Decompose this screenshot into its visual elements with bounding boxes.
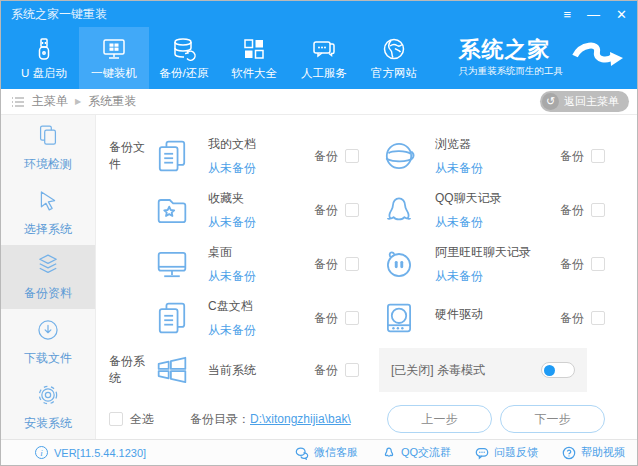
feedback-bubble-icon [475, 446, 489, 460]
backup-checkbox-browser[interactable] [591, 149, 605, 163]
antivirus-mode-toggle[interactable] [541, 362, 575, 378]
globe-icon [381, 36, 407, 62]
item-status-link[interactable]: 从未备份 [208, 160, 314, 177]
sidebar: 环境检测 选择系统 备份资料 下载文件 安装系统 [1, 115, 96, 439]
software-squares-icon [241, 36, 267, 62]
backup-directory: 备份目录： D:\xitongzhijia\bak\ [190, 411, 351, 428]
minimize-icon[interactable]: — [587, 8, 600, 21]
window-title: 系统之家一键重装 [11, 6, 107, 23]
brand-logo: 系统之家 只为重装系统而生的工具 [459, 27, 638, 89]
status-bar: i VER[11.5.44.1230] 微信客服 QQ交流群 问题反馈 帮助视频 [1, 439, 637, 465]
footer-link-qq-group[interactable]: QQ交流群 [382, 445, 451, 460]
database-restore-icon [171, 36, 197, 62]
chat-bubbles-icon [311, 36, 337, 62]
brand-swoosh-icon [571, 40, 625, 76]
backup-item-browser: 浏览器从未备份 备份 [379, 129, 637, 183]
antivirus-mode-box: [已关闭] 杀毒模式 [379, 348, 587, 392]
backup-checkbox-hardware-driver[interactable] [591, 311, 605, 325]
breadcrumb-root[interactable]: 主菜单 [32, 93, 68, 110]
info-icon: i [35, 446, 48, 459]
backup-checkbox-wangwang-chat[interactable] [591, 257, 605, 271]
nav-usb-boot[interactable]: U 盘启动 [9, 27, 79, 89]
sidebar-item-select-system[interactable]: 选择系统 [1, 180, 95, 245]
backup-checkbox-c-drive-docs[interactable] [345, 311, 359, 325]
favorites-folder-icon [152, 190, 192, 230]
antivirus-mode-label: [已关闭] 杀毒模式 [391, 362, 541, 379]
cursor-icon [34, 187, 62, 215]
section-label-backup-system: 备份系统 [96, 353, 152, 387]
breadcrumb: 主菜单 ▶ 系统重装 [11, 93, 136, 110]
wangwang-icon [379, 244, 419, 284]
item-title: 我的文档 [208, 136, 314, 153]
nav-official-website[interactable]: 官方网站 [359, 27, 429, 89]
nav-one-click-install[interactable]: 一键装机 [79, 27, 149, 89]
app-window: 系统之家一键重装 ≡ — ✕ U 盘启动 一键装机 备份/还原 软件大全 人工服… [0, 0, 638, 466]
windows-icon [152, 350, 192, 390]
breadcrumb-current: 系统重装 [88, 93, 136, 110]
usb-drive-icon [31, 36, 57, 62]
previous-step-button[interactable]: 上一步 [387, 405, 492, 433]
main-nav: U 盘启动 一键装机 备份/还原 软件大全 人工服务 官方网站 系统之家 只为重… [1, 27, 637, 89]
backup-item-wangwang-chat: 阿里旺旺聊天记录从未备份 备份 [379, 237, 637, 291]
close-icon[interactable]: ✕ [616, 8, 627, 21]
main-content: 备份文件 我的文档从未备份 备份 浏览器从未备份 备份 [96, 115, 637, 439]
nav-label: 备份/还原 [159, 66, 208, 81]
nav-label: 一键装机 [91, 66, 137, 81]
backup-item-current-system: 当前系统 备份 [152, 345, 379, 395]
backup-checkbox-desktop[interactable] [345, 257, 359, 271]
backup-checkbox-my-documents[interactable] [345, 149, 359, 163]
backup-item-hardware-driver: 硬件驱动 备份 [379, 291, 637, 345]
backup-item-c-drive-docs: C盘文档从未备份 备份 [152, 291, 379, 345]
sidebar-item-backup-data[interactable]: 备份资料 [1, 245, 95, 310]
qq-small-icon [382, 446, 396, 460]
back-arrow-icon: ↺ [542, 93, 559, 110]
footer-link-wechat-service[interactable]: 微信客服 [295, 445, 358, 460]
nav-label: 官方网站 [371, 66, 417, 81]
section-label-backup-files: 备份文件 [96, 139, 152, 173]
version-info: i VER[11.5.44.1230] [35, 446, 146, 459]
breadcrumb-arrow-icon: ▶ [75, 97, 81, 106]
browser-icon [379, 136, 419, 176]
nav-software-center[interactable]: 软件大全 [219, 27, 289, 89]
backup-checkbox-qq-chat[interactable] [591, 203, 605, 217]
wechat-icon [295, 446, 309, 460]
sidebar-item-env-check[interactable]: 环境检测 [1, 115, 95, 180]
qq-icon [379, 190, 419, 230]
list-icon [11, 96, 25, 108]
footer-link-feedback[interactable]: 问题反馈 [475, 445, 538, 460]
sidebar-item-download-files[interactable]: 下载文件 [1, 309, 95, 374]
backup-item-favorites: 收藏夹从未备份 备份 [152, 183, 379, 237]
backup-item-qq-chat: QQ聊天记录从未备份 备份 [379, 183, 637, 237]
bottom-controls: 全选 备份目录： D:\xitongzhijia\bak\ 上一步 下一步 [96, 399, 637, 439]
nav-backup-restore[interactable]: 备份/还原 [149, 27, 219, 89]
backup-item-my-documents: 我的文档从未备份 备份 [152, 129, 379, 183]
env-check-icon [34, 122, 62, 150]
download-icon [34, 316, 62, 344]
select-all-checkbox[interactable] [109, 412, 123, 426]
hardware-driver-icon [379, 298, 419, 338]
footer-link-help-video[interactable]: 帮助视频 [562, 445, 625, 460]
help-icon [562, 446, 576, 460]
backup-checkbox-favorites[interactable] [345, 203, 359, 217]
backup-dir-label: 备份目录： [190, 411, 250, 428]
nav-label: 软件大全 [231, 66, 277, 81]
backup-checkbox-current-system[interactable] [345, 363, 359, 377]
menu-icon[interactable]: ≡ [564, 8, 572, 21]
select-all: 全选 [109, 411, 154, 428]
c-drive-docs-icon [152, 298, 192, 338]
backup-dir-link[interactable]: D:\xitongzhijia\bak\ [250, 412, 351, 426]
nav-label: U 盘启动 [21, 66, 67, 81]
breadcrumb-bar: 主菜单 ▶ 系统重装 ↺ 返回主菜单 [1, 89, 637, 115]
next-step-button[interactable]: 下一步 [500, 405, 605, 433]
gear-icon [34, 381, 62, 409]
desktop-monitor-icon [152, 244, 192, 284]
nav-label: 人工服务 [301, 66, 347, 81]
sidebar-item-install-system[interactable]: 安装系统 [1, 374, 95, 439]
nav-customer-service[interactable]: 人工服务 [289, 27, 359, 89]
layers-icon [34, 251, 62, 279]
backup-label: 备份 [314, 148, 338, 165]
back-to-main-menu-button[interactable]: ↺ 返回主菜单 [540, 91, 629, 112]
toggle-knob [544, 365, 555, 376]
title-bar: 系统之家一键重装 ≡ — ✕ [1, 1, 637, 27]
version-text: VER[11.5.44.1230] [54, 447, 146, 459]
